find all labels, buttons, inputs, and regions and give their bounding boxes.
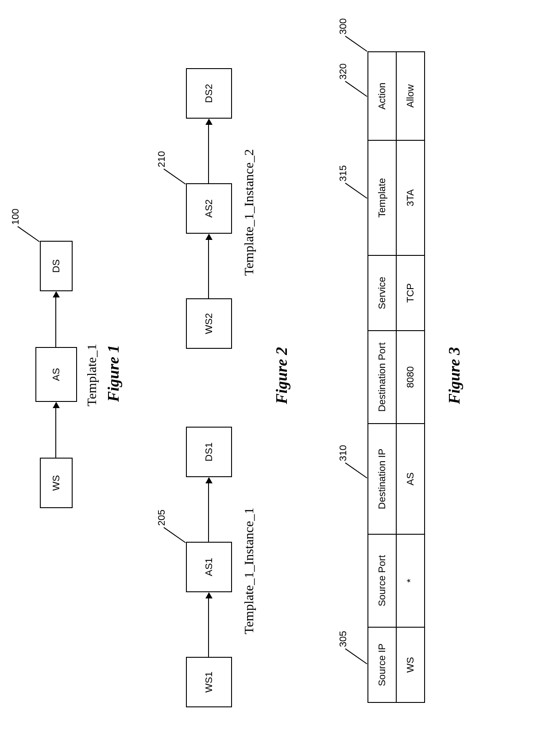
fig2-i1-arrow-ws-as <box>208 593 209 658</box>
fig1-ds-box: DS <box>40 241 73 291</box>
fig2-i1-arrow-as-ds <box>208 478 209 543</box>
fig2-i1-ref-lead <box>163 527 186 543</box>
fig2-i1-as-box: AS1 <box>186 542 232 592</box>
fig2-i2-arrow-as-ds <box>208 120 209 184</box>
fig3-ref-305: 305 <box>337 631 349 647</box>
fig3-table: Source IP Source Port Destination IP Des… <box>367 51 425 703</box>
fig3-ref-315-lead <box>345 183 367 199</box>
fig2-i2-arrow-ws-as <box>208 235 209 299</box>
fig3-col-source-port: Source Port <box>368 534 396 627</box>
fig3-cell-source-port: * <box>396 534 425 627</box>
fig3-col-template: Template <box>368 140 396 255</box>
fig1-ref-lead <box>17 226 39 242</box>
fig1-ws-box: WS <box>40 458 73 508</box>
fig3-ref-table-lead <box>345 36 367 52</box>
fig2-i2-caption: Template_1_Instance_2 <box>241 149 256 276</box>
fig3-ref-table: 300 <box>337 18 349 35</box>
fig3-ref-310: 310 <box>337 445 349 461</box>
fig3-col-source-ip: Source IP <box>368 627 396 702</box>
fig1-caption: Template_1 <box>84 344 99 406</box>
fig3-ref-315: 315 <box>337 165 349 181</box>
fig3-cell-action: Allow <box>396 52 425 140</box>
fig2-i2-as-box: AS2 <box>186 183 232 234</box>
fig1-arrow-as-ds <box>55 292 56 348</box>
fig2-i2-ref: 210 <box>156 151 167 167</box>
fig1-as-box: AS <box>35 347 77 402</box>
fig1-arrow-ws-as <box>55 403 56 459</box>
fig1-ref: 100 <box>10 208 21 225</box>
fig2-i2-ref-lead <box>163 169 186 185</box>
fig3-ref-320-lead <box>345 81 367 97</box>
fig3-cell-service: TCP <box>396 255 425 331</box>
fig3-cell-destination-ip: AS <box>396 424 425 534</box>
fig3-ref-310-lead <box>345 463 367 478</box>
fig3-title: Figure 3 <box>445 347 464 404</box>
fig2-i1-ref: 205 <box>156 509 167 526</box>
fig2-i2-ds-box: DS2 <box>186 68 232 119</box>
fig3-col-destination-ip: Destination IP <box>368 424 396 534</box>
fig1-title: Figure 1 <box>104 345 123 402</box>
fig2-i2-ws-box: WS2 <box>186 298 232 349</box>
fig3-ref-320: 320 <box>337 63 349 80</box>
fig2-i1-ds-box: DS1 <box>186 427 232 477</box>
fig3-cell-template: 3TA <box>396 140 425 255</box>
fig3-col-destination-port: Destination Port <box>368 331 396 424</box>
fig3-col-service: Service <box>368 255 396 331</box>
fig2-i1-caption: Template_1_Instance_1 <box>241 508 256 634</box>
fig2-title: Figure 2 <box>272 347 291 404</box>
fig3-cell-source-ip: WS <box>396 627 425 702</box>
fig3-col-action: Action <box>368 52 396 140</box>
fig3-cell-destination-port: 8080 <box>396 331 425 424</box>
fig2-i1-ws-box: WS1 <box>186 657 232 707</box>
fig3-ref-305-lead <box>345 648 367 664</box>
